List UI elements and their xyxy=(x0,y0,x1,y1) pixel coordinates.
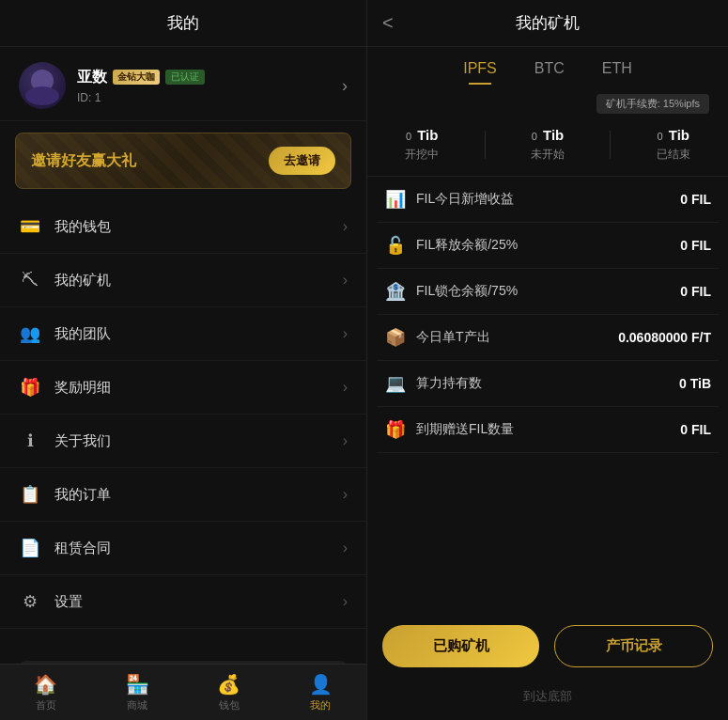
menu-arrow-about: › xyxy=(343,432,348,449)
user-id: ID: 1 xyxy=(77,91,342,104)
left-title: 我的 xyxy=(167,12,199,34)
bottom-nav: 🏠 首页 🏪 商城 💰 钱包 👤 我的 xyxy=(0,664,366,720)
nav-label-mine: 我的 xyxy=(310,698,331,712)
menu-arrow-lease: › xyxy=(343,540,348,556)
bottom-hint: 到达底部 xyxy=(367,682,728,720)
right-panel: < 我的矿机 IPFSBTCETH 矿机手续费: 15%ipfs 0 Tib 开… xyxy=(366,0,728,720)
nav-item-home[interactable]: 🏠 首页 xyxy=(0,665,92,720)
info-value-gift_fil: 0 FIL xyxy=(680,422,711,437)
right-header: < 我的矿机 xyxy=(367,0,728,47)
info-left-gift_fil: 🎁 到期赠送FIL数量 xyxy=(384,419,514,440)
menu-list: 💳 我的钱包 › ⛏ 我的矿机 › 👥 我的团队 › 🎁 奖励明细 › ℹ 关于… xyxy=(0,200,366,646)
fee-badge: 矿机手续费: 15%ipfs xyxy=(596,94,709,114)
menu-item-lease[interactable]: 📄 租赁合同 › xyxy=(0,522,366,575)
stat-label-0: 开挖中 xyxy=(405,147,439,163)
menu-label-settings: 设置 xyxy=(54,593,343,611)
stat-label-2: 已结束 xyxy=(657,147,690,163)
info-label-release_balance: FIL释放余额/25% xyxy=(416,237,518,254)
invite-button[interactable]: 去邀请 xyxy=(269,147,335,175)
info-icon-daily_output: 📦 xyxy=(384,327,407,348)
info-list: 📊 FIL今日新增收益 0 FIL 🔓 FIL释放余额/25% 0 FIL 🏦 … xyxy=(367,177,728,610)
info-label-computing: 算力持有数 xyxy=(416,375,482,392)
menu-label-team: 我的团队 xyxy=(54,325,343,343)
stat-item-0: 0 Tib 开挖中 xyxy=(405,127,439,163)
info-row-daily_income: 📊 FIL今日新增收益 0 FIL xyxy=(377,177,719,223)
menu-icon-reward: 🎁 xyxy=(19,376,41,399)
menu-label-lease: 租赁合同 xyxy=(54,540,343,557)
invite-text: 邀请好友赢大礼 xyxy=(31,151,136,171)
bought-miner-button[interactable]: 已购矿机 xyxy=(382,625,539,667)
nav-label-home: 首页 xyxy=(36,698,56,712)
info-label-daily_income: FIL今日新增收益 xyxy=(416,191,514,208)
stat-value-2: 0 Tib xyxy=(657,127,689,143)
menu-arrow-orders: › xyxy=(343,486,348,503)
stat-item-2: 0 Tib 已结束 xyxy=(657,127,690,163)
info-value-daily_income: 0 FIL xyxy=(680,192,711,207)
right-title: 我的矿机 xyxy=(516,12,580,34)
info-icon-computing: 💻 xyxy=(384,373,407,394)
menu-arrow-wallet: › xyxy=(343,218,348,235)
menu-label-about: 关于我们 xyxy=(54,432,343,450)
menu-arrow-settings: › xyxy=(343,593,348,610)
menu-item-reward[interactable]: 🎁 奖励明细 › xyxy=(0,361,366,415)
back-button[interactable]: < xyxy=(382,12,394,34)
menu-item-miner[interactable]: ⛏ 我的矿机 › xyxy=(0,254,366,307)
info-left-release_balance: 🔓 FIL释放余额/25% xyxy=(384,235,518,256)
action-buttons: 已购矿机 产币记录 xyxy=(367,610,728,682)
nav-label-wallet: 钱包 xyxy=(219,698,240,712)
info-icon-release_balance: 🔓 xyxy=(384,235,407,256)
info-icon-lock_balance: 🏦 xyxy=(384,281,407,302)
tab-eth[interactable]: ETH xyxy=(602,60,632,85)
menu-icon-orders: 📋 xyxy=(19,483,41,506)
nav-label-shop: 商城 xyxy=(127,698,147,712)
nav-item-wallet[interactable]: 💰 钱包 xyxy=(183,665,275,720)
menu-item-team[interactable]: 👥 我的团队 › xyxy=(0,307,366,361)
user-details: 亚数 金钻大咖 已认证 ID: 1 xyxy=(77,68,342,104)
divider-0 xyxy=(485,131,486,159)
menu-item-about[interactable]: ℹ 关于我们 › xyxy=(0,415,366,468)
info-row-daily_output: 📦 今日单T产出 0.06080000 F/T xyxy=(377,315,719,361)
info-label-daily_output: 今日单T产出 xyxy=(416,329,490,346)
nav-icon-home: 🏠 xyxy=(34,673,57,696)
nav-icon-shop: 🏪 xyxy=(126,673,149,696)
left-panel: 我的 亚数 金钻大咖 已认证 ID: 1 › 邀请好友赢大礼 去邀请 💳 我的钱… xyxy=(0,0,366,720)
menu-arrow-miner: › xyxy=(343,272,348,289)
menu-arrow-team: › xyxy=(343,325,348,342)
user-arrow-icon: › xyxy=(342,76,348,96)
coin-record-button[interactable]: 产币记录 xyxy=(554,625,713,667)
avatar xyxy=(19,62,66,109)
menu-icon-miner: ⛏ xyxy=(19,269,41,291)
menu-icon-lease: 📄 xyxy=(19,537,41,559)
info-label-lock_balance: FIL锁仓余额/75% xyxy=(416,283,518,300)
info-left-computing: 💻 算力持有数 xyxy=(384,373,482,394)
fee-badge-container: 矿机手续费: 15%ipfs xyxy=(596,94,713,114)
info-row-lock_balance: 🏦 FIL锁仓余额/75% 0 FIL xyxy=(377,269,719,315)
menu-label-orders: 我的订单 xyxy=(54,486,343,504)
menu-label-miner: 我的矿机 xyxy=(54,272,343,290)
info-icon-daily_income: 📊 xyxy=(384,189,407,210)
badge-gold: 金钻大咖 xyxy=(113,70,160,85)
menu-item-wallet[interactable]: 💳 我的钱包 › xyxy=(0,200,366,254)
nav-item-shop[interactable]: 🏪 商城 xyxy=(92,665,184,720)
stat-item-1: 0 Tib 未开始 xyxy=(531,127,565,163)
menu-item-settings[interactable]: ⚙ 设置 › xyxy=(0,575,366,629)
stat-value-0: 0 Tib xyxy=(406,127,439,143)
info-value-lock_balance: 0 FIL xyxy=(680,284,711,299)
info-left-daily_income: 📊 FIL今日新增收益 xyxy=(384,189,514,210)
nav-icon-wallet: 💰 xyxy=(217,673,240,696)
menu-icon-about: ℹ xyxy=(19,430,41,452)
stats-row: 0 Tib 开挖中 0 Tib 未开始 0 Tib 已结束 xyxy=(367,119,728,177)
nav-icon-mine: 👤 xyxy=(309,673,333,696)
user-info-section[interactable]: 亚数 金钻大咖 已认证 ID: 1 › xyxy=(0,47,366,121)
info-value-computing: 0 TiB xyxy=(679,376,711,391)
menu-icon-settings: ⚙ xyxy=(19,590,41,613)
nav-item-mine[interactable]: 👤 我的 xyxy=(275,665,367,720)
invite-banner[interactable]: 邀请好友赢大礼 去邀请 xyxy=(15,133,351,189)
left-header: 我的 xyxy=(0,0,366,47)
tab-ipfs[interactable]: IPFS xyxy=(463,60,497,85)
info-left-lock_balance: 🏦 FIL锁仓余额/75% xyxy=(384,281,518,302)
stat-value-1: 0 Tib xyxy=(532,127,565,143)
menu-item-orders[interactable]: 📋 我的订单 › xyxy=(0,468,366,522)
tab-btc[interactable]: BTC xyxy=(534,60,565,85)
info-row-release_balance: 🔓 FIL释放余额/25% 0 FIL xyxy=(377,223,719,269)
